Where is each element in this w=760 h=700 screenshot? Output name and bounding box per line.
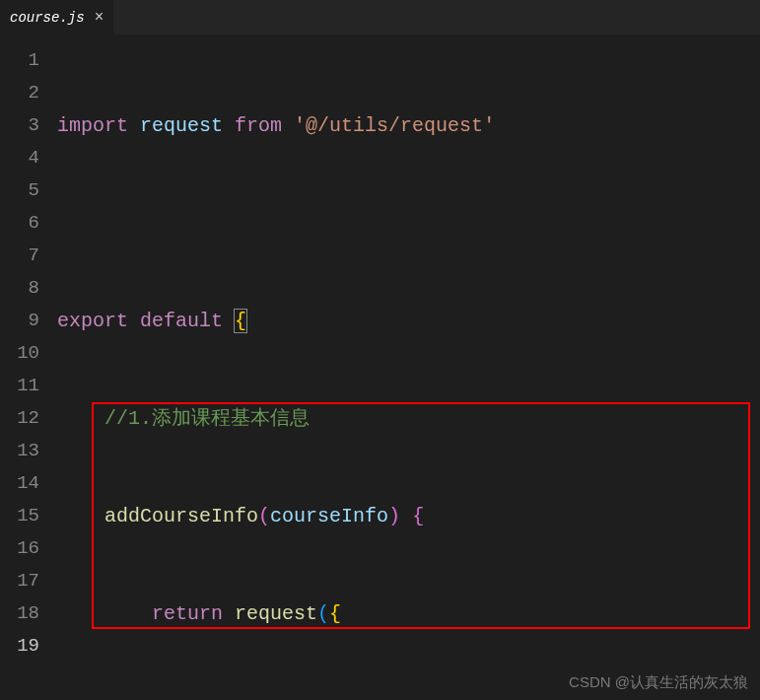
line-number: 16 xyxy=(0,532,39,565)
line-number: 6 xyxy=(0,207,39,240)
line-number: 9 xyxy=(0,305,39,337)
code-line: export default { xyxy=(57,305,760,337)
line-number: 1 xyxy=(0,44,39,77)
line-number: 3 xyxy=(0,109,39,142)
close-icon[interactable]: × xyxy=(95,9,104,27)
code-line: addCourseInfo(courseInfo) { xyxy=(57,500,760,532)
code-editor[interactable]: 1 2 3 4 5 6 7 8 9 10 11 12 13 14 15 16 1… xyxy=(0,35,760,700)
file-tab[interactable]: course.js × xyxy=(0,0,113,35)
line-number: 7 xyxy=(0,240,39,272)
code-line: //1.添加课程基本信息 xyxy=(57,402,760,435)
line-number: 14 xyxy=(0,467,39,500)
watermark: CSDN @认真生活的灰太狼 xyxy=(569,673,748,692)
line-number: 2 xyxy=(0,77,39,109)
line-number: 18 xyxy=(0,597,39,630)
line-gutter: 1 2 3 4 5 6 7 8 9 10 11 12 13 14 15 16 1… xyxy=(0,35,57,700)
tab-bar: course.js × xyxy=(0,0,760,35)
code-line xyxy=(57,207,760,240)
line-number: 4 xyxy=(0,142,39,175)
line-number: 5 xyxy=(0,175,39,207)
line-number: 13 xyxy=(0,435,39,467)
line-number: 19 xyxy=(0,630,39,663)
line-number: 15 xyxy=(0,500,39,532)
code-line: import request from '@/utils/request' xyxy=(57,109,760,142)
code-content[interactable]: import request from '@/utils/request' ex… xyxy=(57,35,760,700)
line-number: 12 xyxy=(0,402,39,435)
tab-filename: course.js xyxy=(10,10,85,26)
line-number: 10 xyxy=(0,337,39,370)
line-number: 17 xyxy=(0,565,39,597)
code-line: return request({ xyxy=(57,597,760,630)
code-line: url: `/eduservice/course/addCourseInfo`, xyxy=(57,695,760,700)
line-number: 8 xyxy=(0,272,39,305)
line-number: 11 xyxy=(0,370,39,402)
